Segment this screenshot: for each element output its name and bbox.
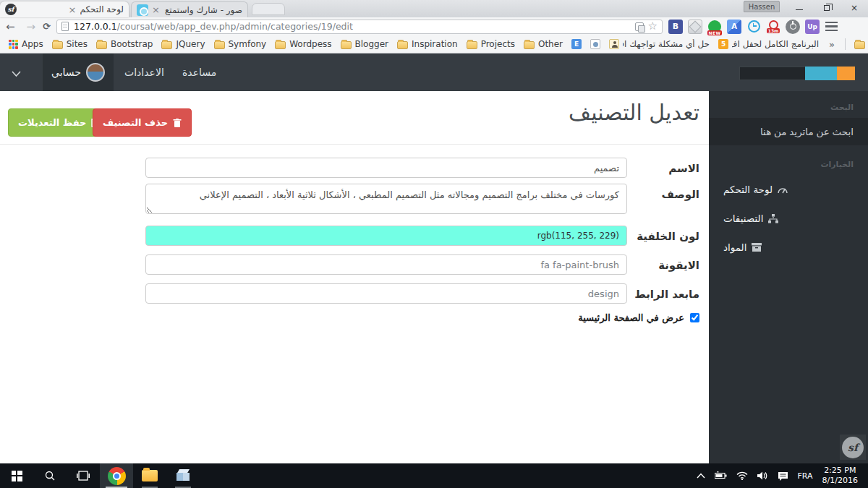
bookmark-folder[interactable]: Other [519,39,567,49]
folder-icon [467,41,477,49]
bookmark-folder[interactable]: Blogger [336,39,393,49]
tab-close-icon[interactable]: × [148,4,163,15]
icon-label: الايقونة [627,254,699,272]
minimize-button[interactable] [786,0,813,15]
language-indicator[interactable]: FRA [798,471,813,481]
taskbar-explorer-button[interactable] [133,463,166,488]
camera-favicon-icon [137,4,148,16]
sidebar-item-dashboard[interactable]: لوحة التحكم [709,181,868,198]
tab-photos[interactable]: × صور - شارك واستمتع بأجمل [131,1,248,17]
trash-icon [173,119,182,127]
taskbar-clock[interactable]: 2:25 PM 8/1/2016 [822,466,861,487]
bootstrap-extension-icon[interactable]: B [668,20,683,34]
cube-app-icon [176,469,190,482]
delete-button[interactable]: حذف التصنيف [93,108,192,137]
task-view-button[interactable] [67,463,100,488]
sidebar: البحث الخيارات لوحة التحكم التصنيفات الم… [709,91,868,463]
bookmark-folder[interactable]: Sites [48,39,92,49]
slug-field[interactable] [145,283,627,304]
bookmark-folder[interactable]: Bootstrap [92,39,157,49]
restore-button[interactable] [813,0,841,15]
navbar-search-button[interactable] [805,67,837,80]
navbar-orange-button[interactable] [837,67,855,80]
bookmark-label: حل أي مشكلة تواجهك اف [623,39,710,49]
chevron-down-icon[interactable] [12,67,21,80]
grammarly-extension-icon[interactable]: NEW [707,20,722,34]
bookmark-folder[interactable]: Projects [462,39,519,49]
folder-icon [341,41,352,49]
clock-date: 8/1/2016 [822,476,858,485]
translate-extension-icon[interactable]: A [727,20,741,34]
clock-extension-icon[interactable] [746,20,761,34]
tab-close-icon[interactable]: × [65,4,80,15]
bookmark-label: Blogger [355,39,388,49]
other-bookmarks[interactable]: Other bookmarks [850,39,868,49]
navbar-search-input[interactable] [739,67,805,80]
bookmark-arabic-2[interactable]: 5 البرنامج الكامل لحفل اف [714,39,823,49]
taskbar-chrome-button[interactable] [100,463,133,488]
tray-chevron-up-icon[interactable] [697,473,705,479]
power-extension-icon[interactable] [786,20,800,34]
folder-icon [524,41,535,49]
description-field[interactable]: كورسات في مختلف برامج التصميم ومجالاته م… [145,184,627,214]
cube-extension-icon[interactable] [688,20,702,34]
symfony-debug-button[interactable]: sf [842,437,864,458]
sidebar-item-materials[interactable]: المواد [709,239,868,256]
address-bar[interactable]: 127.0.0.1 /coursat/web/app_dev.php/admin… [56,20,663,34]
profile-badge[interactable]: Hassen [744,1,780,12]
account-label: حسابي [51,67,81,78]
avatar [86,63,105,82]
windows-start-icon [12,471,22,481]
bookmarks-overflow-icon[interactable]: » [823,39,841,50]
bg-color-field[interactable] [145,226,627,246]
bookmark-label: Sites [67,39,88,49]
show-on-homepage-checkbox[interactable] [690,313,699,322]
bookmark-folder[interactable]: JQuery [157,39,209,49]
bookmark-folder[interactable]: Wordpess [271,39,336,49]
new-tab-button[interactable] [252,3,285,15]
folder-icon [52,41,63,49]
bookmark-page[interactable] [586,39,605,49]
forward-button[interactable]: → [21,20,42,33]
navbar-item-settings[interactable]: الاعدادات [124,53,164,91]
speaker-icon[interactable] [757,471,768,480]
icon-field[interactable] [145,254,627,275]
bookmark-arabic-1[interactable]: حل أي مشكلة تواجهك اف [605,39,714,49]
new-badge: NEW [707,30,722,35]
browser-toolbar: ← → ⟳ 127.0.0.1 /coursat/web/app_dev.php… [0,17,868,35]
notification-icon[interactable] [778,471,788,481]
search-icon [44,470,56,481]
sidebar-item-label: لوحة التحكم [723,184,773,195]
bookmark-star-icon[interactable]: ☆ [648,21,658,32]
symfony-debug-patch: sf [840,435,866,460]
translate-page-icon[interactable] [635,22,644,31]
sidebar-search-input[interactable] [709,118,868,145]
reload-button[interactable]: ⟳ [41,21,56,32]
browser-tabstrip: sf × لوحة التحكم × صور - شارك واستمتع بأ… [0,0,868,17]
bookmark-folder[interactable]: Inspiration [393,39,462,49]
tab-control-panel[interactable]: sf × لوحة التحكم [0,1,129,17]
back-button[interactable]: ← [0,20,21,33]
settings-label: الاعدادات [124,67,164,78]
apps-bookmark[interactable]: Apps [4,39,48,49]
name-field[interactable] [145,158,627,178]
sidebar-search-section-label: البحث [709,103,868,112]
battery-icon[interactable] [715,471,727,480]
wifi-icon[interactable] [736,471,748,480]
tab-title: صور - شارك واستمتع بأجمل [163,5,242,15]
sitemap-icon [768,214,778,223]
app-navbar: حسابي الاعدادات مساعدة [0,53,868,91]
navbar-item-help[interactable]: مساعدة [182,53,216,91]
taskbar-vm-button[interactable] [166,463,200,488]
up-extension-icon[interactable]: Up [805,20,820,34]
bookmark-e[interactable]: E [567,39,586,49]
close-button[interactable]: × [841,0,868,15]
sidebar-item-categories[interactable]: التصنيفات [709,210,868,227]
start-button[interactable] [0,463,33,488]
navbar-item-account[interactable]: حسابي [43,53,114,91]
bookmark-label: Symfony [229,39,267,49]
taskbar-search-button[interactable] [33,463,67,488]
bookmark-folder[interactable]: Symfony [210,39,271,49]
menu-icon[interactable] [825,22,838,32]
timer-extension-icon[interactable]: 13m [766,20,780,34]
